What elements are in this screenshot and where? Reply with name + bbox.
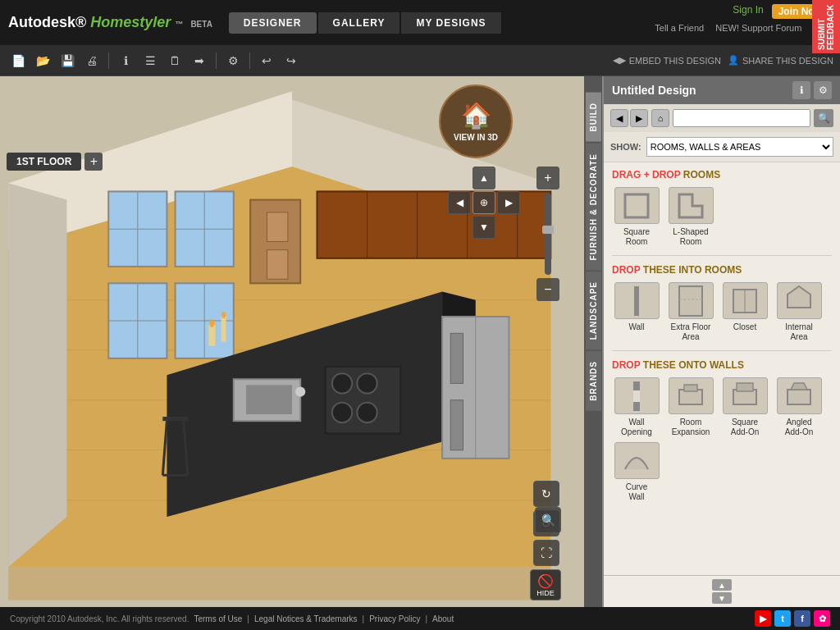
home-button[interactable]: ⌂ [651, 109, 669, 127]
save-icon[interactable]: 💾 [56, 49, 79, 72]
support-link[interactable]: NEW! Support Forum [715, 23, 801, 33]
search-button[interactable]: 🔍 [814, 109, 833, 127]
legal-link[interactable]: Legal Notices & Trademarks [254, 614, 358, 623]
nav-up[interactable]: ▲ [472, 167, 495, 189]
internal-area-item[interactable]: InternalArea [774, 282, 824, 342]
build-tab[interactable]: BUILD [586, 93, 601, 142]
panel-info-button[interactable]: ℹ [792, 81, 810, 99]
about-link[interactable]: About [432, 614, 454, 623]
internal-area-icon [777, 282, 822, 319]
drop-into-rooms-section: DROP THESE INTO ROOMS Wall Extra FloorAr… [604, 258, 840, 349]
wall-opening-item[interactable]: WallOpening [612, 377, 661, 437]
forward-button[interactable]: ▶ [630, 109, 648, 127]
toolbar: 📄 📂 💾 🖨 ℹ ☰ 🗒 ➡ ⚙ ↩ ↪ ◀▶ EMBED THIS DESI… [0, 45, 840, 76]
add-floor-button[interactable]: + [84, 153, 103, 171]
drop-walls-title: DROP THESE ONTO WALLS [612, 359, 832, 371]
svg-marker-68 [791, 383, 807, 390]
floor-bar: 1ST FLOOR + [7, 153, 103, 171]
rooms-grid: SquareRoom L-ShapedRoom [612, 187, 832, 247]
angled-addon-item[interactable]: AngledAdd-On [774, 377, 824, 437]
view3d-button[interactable]: 🏠 VIEW IN 3D [439, 84, 513, 158]
embed-button[interactable]: ◀▶ EMBED THIS DESIGN [613, 55, 721, 66]
navigation-controls: ▲ ◀ ⊕ ▶ ▼ [448, 167, 520, 239]
print2-icon[interactable]: 🗒 [163, 49, 186, 72]
undo-icon[interactable]: ↩ [255, 49, 278, 72]
collapse-down-button[interactable]: ▼ [712, 592, 732, 604]
extra-floor-item[interactable]: Extra FloorArea [666, 282, 715, 342]
zoom-thumb [542, 226, 554, 234]
svg-rect-52 [221, 317, 226, 342]
top-nav: Autodesk® Homestyler ™ BETA DESIGNER GAL… [0, 0, 840, 45]
svg-rect-67 [788, 390, 810, 404]
nav-right[interactable]: ▶ [497, 191, 520, 214]
svg-rect-66 [737, 383, 753, 391]
magnify-button[interactable]: 🔍 [535, 507, 561, 533]
print-icon[interactable]: 🖨 [80, 49, 103, 72]
panel-settings-button[interactable]: ⚙ [814, 81, 832, 99]
square-room-icon [614, 187, 660, 224]
l-shaped-room-item[interactable]: L-ShapedRoom [666, 187, 715, 247]
drop-rooms-title: DROP THESE INTO ROOMS [612, 264, 832, 276]
new-icon[interactable]: 📄 [7, 49, 30, 72]
beta-label: BETA [190, 20, 212, 29]
room-expansion-item[interactable]: RoomExpansion [666, 377, 715, 437]
tell-friend-link[interactable]: Tell a Friend [655, 23, 704, 33]
show-select[interactable]: ROOMS, WALLS & AREAS FLOOR PLAN 3D VIEW [646, 137, 833, 157]
nav-down[interactable]: ▼ [472, 216, 495, 239]
brands-tab[interactable]: BRANDS [586, 351, 601, 411]
nav-buttons: DESIGNER GALLERY MY DESIGNS [229, 12, 501, 34]
share-button[interactable]: 👤 SHARE THIS DESIGN [728, 55, 833, 66]
open-icon[interactable]: 📂 [31, 49, 54, 72]
wall-item[interactable]: Wall [612, 282, 661, 342]
facebook-icon[interactable]: f [794, 610, 810, 627]
top-right: Sign In Join Now! Tell a Friend NEW! Sup… [655, 0, 832, 33]
rooms-label: ROOMS [683, 169, 720, 180]
zoom-out-button[interactable]: − [536, 278, 559, 301]
export-icon[interactable]: ➡ [188, 49, 211, 72]
curve-wall-item[interactable]: CurveWall [612, 442, 661, 502]
collapse-up-button[interactable]: ▲ [712, 579, 732, 591]
nav-mydesigns[interactable]: MY DESIGNS [401, 12, 500, 34]
svg-rect-35 [246, 385, 292, 414]
search-input[interactable] [673, 109, 810, 127]
redo-icon[interactable]: ↪ [280, 49, 303, 72]
trademark: ™ [175, 20, 183, 29]
app-name: Homestyler [90, 14, 171, 30]
layers-icon[interactable]: ☰ [139, 49, 162, 72]
rotate-cw-button[interactable]: ↻ [533, 481, 559, 507]
signin-link[interactable]: Sign In [733, 4, 763, 19]
drag-drop-label: DRAG + DROP [612, 169, 680, 180]
nav-left[interactable]: ◀ [448, 191, 471, 214]
nav-arrows: ◀ ▶ [610, 109, 648, 127]
twitter-icon[interactable]: t [774, 610, 791, 627]
nav-designer[interactable]: DESIGNER [229, 12, 317, 34]
angled-addon-icon [777, 377, 822, 414]
feedback-button[interactable]: SUBMIT FEEDBACK [812, 0, 840, 53]
back-button[interactable]: ◀ [610, 109, 628, 127]
svg-rect-45 [450, 400, 463, 450]
closet-item[interactable]: Closet [720, 282, 769, 342]
square-room-item[interactable]: SquareRoom [612, 187, 661, 247]
angled-addon-label: AngledAdd-On [785, 418, 813, 437]
zoom-search-icon[interactable]: 🔍 [535, 507, 561, 533]
info-icon[interactable]: ℹ [114, 49, 137, 72]
wall-label: Wall [628, 322, 644, 332]
nav-center[interactable]: ⊕ [472, 191, 495, 214]
right-panel: Untitled Design ℹ ⚙ ◀ ▶ ⌂ 🔍 SHOW: ROOMS,… [602, 76, 840, 607]
curve-wall-label: CurveWall [626, 482, 648, 502]
square-addon-item[interactable]: SquareAdd-On [720, 377, 769, 437]
landscape-tab[interactable]: LANDSCAPE [586, 272, 601, 349]
zoom-in-button[interactable]: + [536, 167, 559, 189]
furnish-tab[interactable]: FURNISH & DECORATE [586, 144, 601, 271]
hide-button[interactable]: 🚫 HIDE [530, 569, 561, 600]
settings-icon[interactable]: ⚙ [221, 49, 244, 72]
zoom-slider[interactable] [545, 193, 551, 275]
nav-gallery[interactable]: GALLERY [318, 12, 400, 34]
privacy-link[interactable]: Privacy Policy [369, 614, 420, 623]
flickr-icon[interactable]: ✿ [814, 610, 830, 627]
room-expansion-label: RoomExpansion [672, 418, 710, 437]
search-bar: ◀ ▶ ⌂ 🔍 [604, 104, 840, 132]
fullscreen-button[interactable]: ⛶ [533, 540, 559, 566]
youtube-icon[interactable]: ▶ [755, 610, 771, 627]
terms-link[interactable]: Terms of Use [194, 614, 242, 623]
